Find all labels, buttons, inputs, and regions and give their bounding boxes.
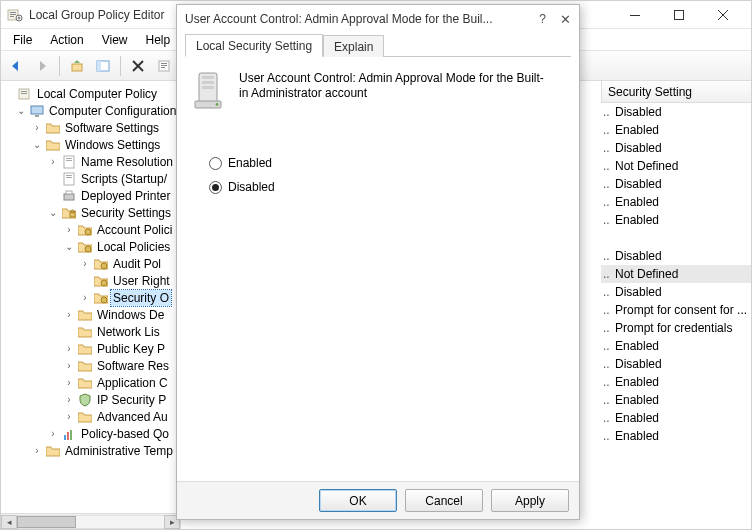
ok-button[interactable]: OK: [319, 489, 397, 512]
list-row[interactable]: ..Enabled: [601, 121, 751, 139]
list-row[interactable]: ..Enabled: [601, 337, 751, 355]
apply-button[interactable]: Apply: [491, 489, 569, 512]
tree-local-pol[interactable]: ⌄ Local Policies: [3, 238, 180, 255]
show-hide-tree-button[interactable]: [92, 55, 114, 77]
tab-local-security-setting[interactable]: Local Security Setting: [185, 34, 323, 57]
tree-comp-config[interactable]: ⌄ Computer Configuration: [3, 102, 180, 119]
list-row[interactable]: ..Prompt for consent for ...: [601, 301, 751, 319]
radio-disabled[interactable]: Disabled: [209, 175, 563, 199]
chevron-right-icon[interactable]: ›: [63, 343, 75, 355]
policy-folder-icon: [77, 240, 93, 254]
list-row[interactable]: ..Enabled: [601, 391, 751, 409]
tree-deployed[interactable]: Deployed Printer: [3, 187, 180, 204]
tree-pubkey[interactable]: › Public Key P: [3, 340, 180, 357]
policy-icon: [17, 87, 33, 101]
minimize-button[interactable]: [613, 1, 657, 29]
chevron-down-icon[interactable]: ⌄: [63, 241, 75, 253]
list-row[interactable]: ..Disabled: [601, 247, 751, 265]
chevron-down-icon[interactable]: ⌄: [47, 207, 59, 219]
column-header-security-setting[interactable]: Security Setting: [601, 81, 751, 103]
tree-name-res[interactable]: › Name Resolution: [3, 153, 180, 170]
tree-ipsec[interactable]: › IP Security P: [3, 391, 180, 408]
svg-rect-51: [202, 86, 214, 89]
tree-app-ctrl[interactable]: › Application C: [3, 374, 180, 391]
scroll-thumb[interactable]: [17, 516, 76, 528]
maximize-button[interactable]: [657, 1, 701, 29]
tab-explain[interactable]: Explain: [323, 35, 384, 57]
svg-rect-34: [66, 175, 72, 176]
dialog-button-bar: OK Cancel Apply: [177, 481, 579, 519]
chevron-right-icon[interactable]: ›: [63, 360, 75, 372]
svg-point-43: [101, 280, 107, 286]
tree-adv-au[interactable]: › Advanced Au: [3, 408, 180, 425]
menu-view[interactable]: View: [94, 31, 136, 49]
svg-rect-13: [72, 64, 82, 71]
folder-icon: [77, 325, 93, 339]
tree-policy-qos[interactable]: › Policy-based Qo: [3, 425, 180, 442]
list-row[interactable]: ..Enabled: [601, 427, 751, 445]
tree-account[interactable]: › Account Polici: [3, 221, 180, 238]
tree-win-def[interactable]: › Windows De: [3, 306, 180, 323]
tree-net-list[interactable]: Network Lis: [3, 323, 180, 340]
tree-admin-temp[interactable]: › Administrative Temp: [3, 442, 180, 459]
cancel-button[interactable]: Cancel: [405, 489, 483, 512]
menu-action[interactable]: Action: [42, 31, 91, 49]
chevron-right-icon[interactable]: ›: [63, 394, 75, 406]
folder-icon: [45, 121, 61, 135]
chevron-right-icon[interactable]: ›: [79, 292, 91, 304]
chevron-down-icon[interactable]: ⌄: [15, 105, 27, 117]
list-row[interactable]: ..Disabled: [601, 283, 751, 301]
chevron-down-icon[interactable]: ⌄: [31, 139, 43, 151]
chevron-right-icon[interactable]: ›: [63, 224, 75, 236]
tree-scrollbar[interactable]: ◂ ▸: [1, 513, 180, 529]
menu-file[interactable]: File: [5, 31, 40, 49]
policy-folder-icon: [93, 257, 109, 271]
back-button[interactable]: [5, 55, 27, 77]
chevron-right-icon[interactable]: ›: [31, 122, 43, 134]
up-button[interactable]: [66, 55, 88, 77]
list-row[interactable]: ..Enabled: [601, 211, 751, 229]
list-row[interactable]: ..Disabled: [601, 139, 751, 157]
chevron-right-icon[interactable]: ›: [47, 428, 59, 440]
tree-security[interactable]: ⌄ Security Settings: [3, 204, 180, 221]
tree-scripts[interactable]: Scripts (Startup/: [3, 170, 180, 187]
scroll-icon: [61, 155, 77, 169]
chevron-right-icon[interactable]: ›: [31, 445, 43, 457]
list-row[interactable]: ..Not Defined: [601, 157, 751, 175]
radio-enabled[interactable]: Enabled: [209, 151, 563, 175]
menu-help[interactable]: Help: [138, 31, 179, 49]
close-icon[interactable]: ✕: [560, 12, 571, 27]
list-row[interactable]: ..Enabled: [601, 373, 751, 391]
tree-security-options[interactable]: › Security O: [3, 289, 180, 306]
chevron-right-icon[interactable]: ›: [63, 411, 75, 423]
list-row[interactable]: ..Disabled: [601, 355, 751, 373]
tree-audit[interactable]: › Audit Pol: [3, 255, 180, 272]
properties-button[interactable]: [153, 55, 175, 77]
chevron-right-icon[interactable]: ›: [63, 377, 75, 389]
list-row[interactable]: ..Prompt for credentials: [601, 319, 751, 337]
shield-icon: [77, 393, 93, 407]
chevron-right-icon[interactable]: ›: [47, 156, 59, 168]
chevron-right-icon[interactable]: ›: [79, 258, 91, 270]
tree-soft-res[interactable]: › Software Res: [3, 357, 180, 374]
list-row[interactable]: ..Enabled: [601, 409, 751, 427]
tree-user-right[interactable]: User Right: [3, 272, 180, 289]
tree-windows[interactable]: ⌄ Windows Settings: [3, 136, 180, 153]
tree-root[interactable]: Local Computer Policy: [3, 85, 180, 102]
radio-icon: [209, 157, 222, 170]
tree-software[interactable]: › Software Settings: [3, 119, 180, 136]
help-icon[interactable]: ?: [539, 12, 546, 27]
delete-button[interactable]: [127, 55, 149, 77]
svg-point-41: [85, 246, 91, 252]
chevron-right-icon[interactable]: ›: [63, 309, 75, 321]
forward-button[interactable]: [31, 55, 53, 77]
list-row[interactable]: ..Not Defined: [601, 265, 751, 283]
svg-rect-35: [66, 177, 72, 178]
list-row[interactable]: ..Disabled: [601, 103, 751, 121]
list-value: Not Defined: [613, 267, 678, 281]
close-button[interactable]: [701, 1, 745, 29]
scroll-left-button[interactable]: ◂: [1, 515, 17, 529]
list-row[interactable]: ..Enabled: [601, 193, 751, 211]
list-row[interactable]: ..Disabled: [601, 175, 751, 193]
svg-point-40: [85, 229, 91, 235]
